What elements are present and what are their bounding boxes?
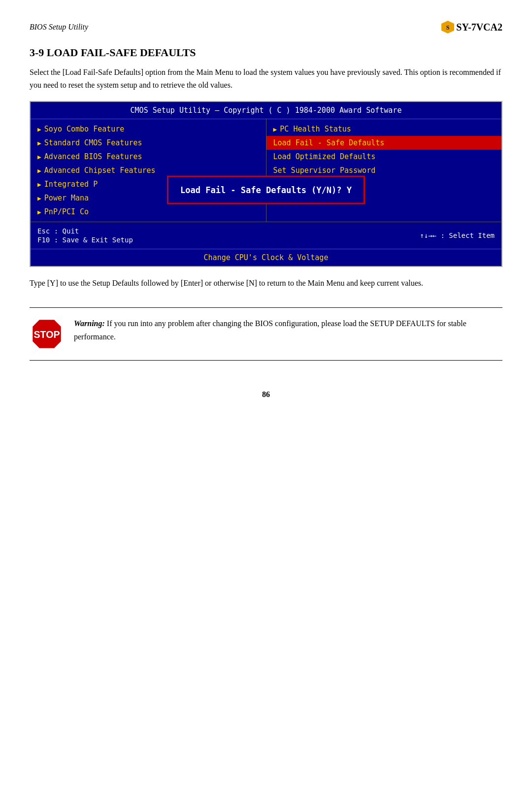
esc-label: Esc : Quit bbox=[37, 227, 133, 235]
bios-footer-left: Esc : Quit F10 : Save & Exit Setup bbox=[37, 227, 133, 244]
bios-title-bar: CMOS Setup Utility – Copyright ( C ) 198… bbox=[31, 102, 501, 119]
stop-sign-icon: STOP bbox=[30, 317, 64, 351]
warning-text: Warning: If you run into any problem aft… bbox=[74, 317, 502, 343]
bios-footer: Esc : Quit F10 : Save & Exit Setup ↑↓→← … bbox=[31, 222, 501, 249]
menu-item-advanced-bios[interactable]: ▶ Advanced BIOS Features bbox=[31, 150, 266, 164]
menu-item-soyo-combo[interactable]: ▶ Soyo Combo Feature bbox=[31, 122, 266, 136]
warning-bold: Warning: bbox=[74, 319, 105, 328]
svg-text:S: S bbox=[446, 24, 450, 31]
section-heading: 3-9 LOAD FAIL-SAFE DEFAULTS bbox=[30, 46, 502, 59]
arrow-icon: ▶ bbox=[37, 139, 41, 147]
bios-box: CMOS Setup Utility – Copyright ( C ) 198… bbox=[30, 101, 502, 267]
arrow-icon: ▶ bbox=[37, 126, 41, 133]
page-header: BIOS Setup Utility S SY-7VCA2 bbox=[30, 20, 502, 34]
after-text: Type [Y] to use the Setup Defaults follo… bbox=[30, 277, 502, 290]
menu-item-standard-cmos[interactable]: ▶ Standard CMOS Features bbox=[31, 136, 266, 150]
page-number: 86 bbox=[262, 390, 270, 398]
arrow-icon: ▶ bbox=[37, 153, 41, 161]
soyo-logo-icon: S bbox=[440, 20, 455, 34]
f10-label: F10 : Save & Exit Setup bbox=[37, 236, 133, 244]
menu-item-load-failsafe[interactable]: Load Fail - Safe Defaults bbox=[266, 136, 502, 150]
warning-body: If you run into any problem after changi… bbox=[74, 319, 466, 341]
logo-text: SY-7VCA2 bbox=[456, 22, 502, 33]
dialog-popup: Load Fail - Safe Defaults (Y/N)? Y bbox=[167, 175, 365, 204]
menu-item-pnp[interactable]: ▶ PnP/PCI Co bbox=[31, 205, 266, 219]
svg-text:STOP: STOP bbox=[34, 329, 60, 340]
nav-label: ↑↓→← : Select Item bbox=[420, 232, 495, 239]
dialog-text: Load Fail - Safe Defaults (Y/N)? Y bbox=[180, 185, 352, 195]
bios-bottom-bar: Change CPU's Clock & Voltage bbox=[31, 249, 501, 266]
menu-item-load-optimized[interactable]: Load Optimized Defaults bbox=[266, 150, 502, 164]
arrow-icon: ▶ bbox=[37, 181, 41, 188]
menu-item-pc-health[interactable]: ▶ PC Health Status bbox=[266, 122, 502, 136]
soyo-logo: S SY-7VCA2 bbox=[440, 20, 502, 34]
intro-text: Select the [Load Fail-Safe Defaults] opt… bbox=[30, 66, 502, 91]
arrow-icon: ▶ bbox=[37, 167, 41, 174]
arrow-icon: ▶ bbox=[37, 195, 41, 202]
arrow-icon: ▶ bbox=[273, 126, 277, 133]
header-title: BIOS Setup Utility bbox=[30, 23, 88, 32]
arrow-icon: ▶ bbox=[37, 208, 41, 216]
bios-left-menu: ▶ Soyo Combo Feature ▶ Standard CMOS Fea… bbox=[31, 119, 266, 222]
warning-section: STOP Warning: If you run into any proble… bbox=[30, 307, 502, 361]
bios-main-content: ▶ Soyo Combo Feature ▶ Standard CMOS Fea… bbox=[31, 119, 501, 222]
bios-right-menu: ▶ PC Health Status Load Fail - Safe Defa… bbox=[266, 119, 502, 222]
